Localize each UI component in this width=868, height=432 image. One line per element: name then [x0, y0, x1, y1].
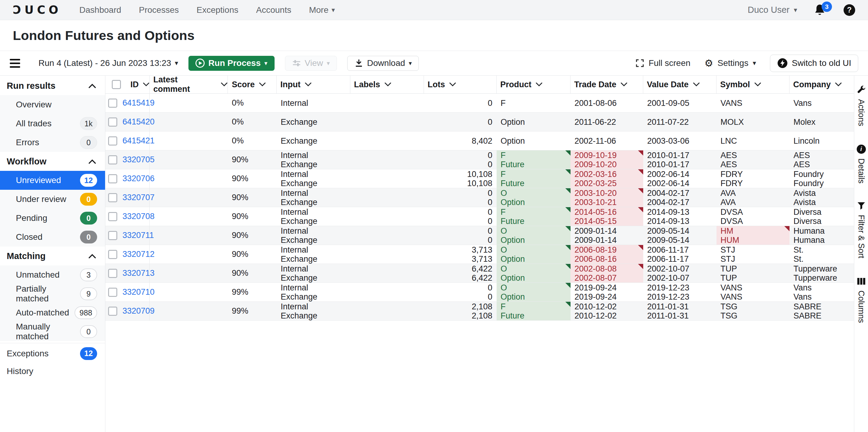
row-checkbox[interactable]	[108, 231, 117, 240]
column-label: Company	[793, 80, 831, 89]
cell-value: Vans	[794, 99, 854, 107]
cell-lines	[350, 302, 424, 320]
cell-lines	[350, 188, 424, 207]
menu-icon[interactable]	[10, 59, 20, 68]
cell-value: 2009-01-14	[575, 227, 643, 235]
row-value-date-cell: 2002-06-142002-06-14	[643, 169, 716, 188]
cell-lines: STJSTJ	[716, 245, 789, 264]
cell-value: Vans	[794, 284, 854, 292]
sidebar-item-pending[interactable]: Pending0	[0, 209, 105, 228]
nav-item-exceptions[interactable]: Exceptions	[197, 5, 239, 15]
column-header-company[interactable]: Company	[789, 76, 854, 93]
sidebar-item-unreviewed[interactable]: Unreviewed12	[0, 171, 105, 190]
user-menu[interactable]: Duco User ▾	[748, 5, 797, 15]
cell-lines	[350, 283, 424, 301]
cell-lines: 00	[424, 188, 497, 207]
sidebar-item-history[interactable]: History	[0, 362, 105, 381]
row-checkbox[interactable]	[108, 174, 117, 184]
nav-item-accounts[interactable]: Accounts	[256, 5, 291, 15]
settings-button[interactable]: ⚙ Settings ▾	[705, 57, 756, 69]
row-value-date-cell: 2014-09-132014-09-13	[643, 207, 716, 226]
row-lots-cell: 00	[424, 151, 497, 169]
column-header-id[interactable]: ID	[105, 76, 150, 93]
sidebar-item-auto-matched[interactable]: Auto-matched988	[0, 303, 105, 322]
rail-tab-actions[interactable]: Actions	[857, 86, 866, 126]
row-checkbox[interactable]	[108, 250, 117, 259]
cell-lines: 2003-03-06	[643, 132, 716, 150]
full-screen-button[interactable]: Full screen	[635, 58, 690, 68]
sidebar-item-closed[interactable]: Closed0	[0, 228, 105, 246]
help-button[interactable]: ?	[843, 4, 855, 16]
column-header-trade-date[interactable]: Trade Date	[570, 76, 643, 93]
cell-value: Option	[501, 118, 570, 126]
cell-value: Internal	[281, 170, 350, 178]
column-header-lots[interactable]: Lots	[424, 76, 497, 93]
sidebar-section-workflow[interactable]: Workflow	[0, 152, 105, 171]
column-header-value-date[interactable]: Value Date	[643, 76, 716, 93]
sidebar-item-partially-matched[interactable]: Partially matched9	[0, 284, 105, 303]
row-checkbox[interactable]	[108, 193, 117, 202]
duco-logo[interactable]: ƆUCO	[13, 3, 62, 16]
nav-items: DashboardProcessesExceptionsAccountsMore…	[80, 5, 335, 15]
cell-value: 2011-01-31	[647, 302, 716, 311]
rail-tab-filter-sort[interactable]: Filter & Sort	[857, 202, 866, 258]
cell-lines: 2011-07-22	[643, 112, 716, 131]
rail-tab-details[interactable]: iDetails	[857, 144, 866, 184]
cell-value: Internal	[281, 151, 350, 160]
column-header-latest-comment[interactable]: Latest comment	[150, 76, 228, 93]
nav-item-label: Exceptions	[197, 5, 239, 15]
notifications-button[interactable]: 3	[813, 3, 828, 17]
sidebar-item-unmatched[interactable]: Unmatched3	[0, 265, 105, 284]
cell-value: Future	[501, 160, 570, 169]
row-checkbox[interactable]	[108, 269, 117, 278]
run-selector[interactable]: Run 4 (Latest) - 26 Jun 2023 13:23 ▾	[38, 58, 178, 68]
row-score-cell: 99%	[228, 302, 277, 320]
row-score-cell: 90%	[228, 169, 277, 188]
view-button[interactable]: View ▾	[285, 56, 337, 71]
sidebar-item-under-review[interactable]: Under review0	[0, 190, 105, 209]
full-screen-label: Full screen	[649, 58, 690, 68]
row-trade-date-cell: 2009-01-142009-01-14	[570, 226, 643, 245]
switch-old-ui-button[interactable]: Switch to old UI	[770, 55, 858, 72]
cell-lines	[350, 264, 424, 283]
sidebar-section-matching[interactable]: Matching	[0, 246, 105, 265]
row-comment-cell	[150, 226, 228, 245]
row-checkbox[interactable]	[108, 136, 117, 145]
sidebar-item-all-trades[interactable]: All trades1k	[0, 114, 105, 133]
row-checkbox[interactable]	[108, 288, 117, 297]
row-product-cell: FFuture	[497, 302, 570, 320]
nav-item-processes[interactable]: Processes	[139, 5, 179, 15]
row-score-cell: 90%	[228, 226, 277, 245]
count-badge: 0	[80, 325, 97, 338]
sidebar-item-exceptions[interactable]: Exceptions12	[0, 343, 105, 362]
gear-icon: ⚙	[705, 57, 713, 69]
cell-value: 2011-01-31	[647, 311, 716, 320]
sidebar-section-run-results[interactable]: Run results	[0, 76, 105, 95]
rail-tab-columns[interactable]: Columns	[857, 277, 866, 323]
row-checkbox[interactable]	[108, 155, 117, 164]
cell-lines: Exchange	[277, 132, 350, 150]
cell-lines	[350, 151, 424, 169]
row-checkbox[interactable]	[108, 118, 117, 127]
row-symbol-cell: AESAES	[716, 151, 789, 169]
select-all-checkbox[interactable]	[112, 80, 121, 89]
row-checkbox[interactable]	[108, 307, 117, 316]
column-header-symbol[interactable]: Symbol	[716, 76, 789, 93]
download-button[interactable]: Download ▾	[347, 56, 419, 71]
column-header-score[interactable]: Score	[228, 76, 277, 93]
nav-item-dashboard[interactable]: Dashboard	[80, 5, 121, 15]
row-checkbox[interactable]	[108, 212, 117, 221]
column-header-labels[interactable]: Labels	[350, 76, 424, 93]
cell-value: 0	[488, 189, 492, 197]
sidebar-item-errors[interactable]: Errors0	[0, 133, 105, 152]
column-header-product[interactable]: Product	[497, 76, 570, 93]
nav-item-more[interactable]: More▾	[309, 5, 335, 15]
sidebar-item-manually-matched[interactable]: Manually matched0	[0, 322, 105, 341]
row-checkbox[interactable]	[108, 99, 117, 108]
column-header-input[interactable]: Input	[277, 76, 350, 93]
section-title: Run results	[7, 81, 56, 91]
run-process-button[interactable]: Run Process ▾	[188, 56, 274, 71]
caret-down-icon: ▾	[794, 6, 797, 14]
row-id-link[interactable]: 3320711	[122, 231, 154, 240]
sidebar-item-overview[interactable]: Overview	[0, 95, 105, 114]
